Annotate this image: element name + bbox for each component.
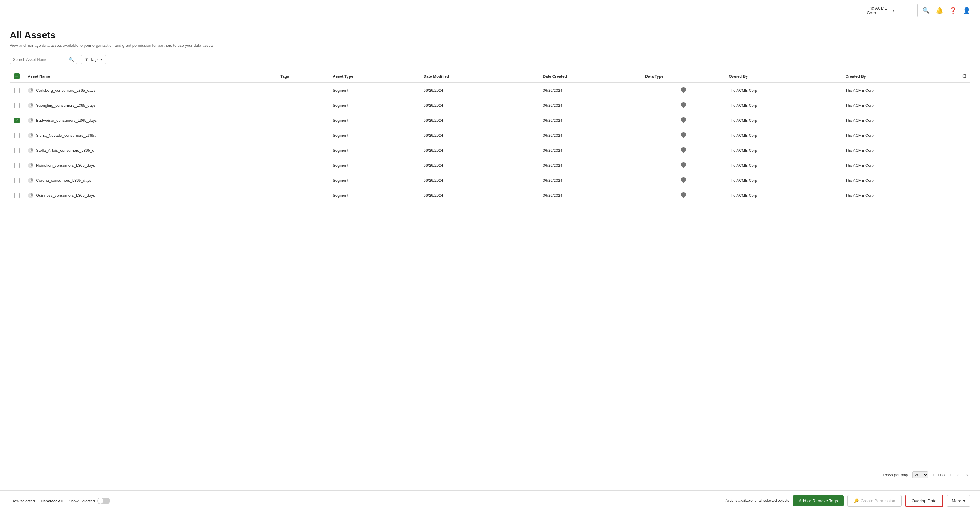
select-all-checkbox-header[interactable] xyxy=(10,70,24,83)
cell-date-modified: 06/26/2024 xyxy=(420,83,539,98)
add-remove-tags-button[interactable]: Add or Remove Tags xyxy=(793,495,844,506)
asset-name-text: Carlsberg_consumers_L365_days xyxy=(36,88,95,93)
cell-owned-by: The ACME Corp xyxy=(725,158,842,173)
row-checkbox[interactable] xyxy=(14,148,19,153)
cell-data-type xyxy=(641,128,725,143)
create-permission-button[interactable]: 🔑 Create Permission xyxy=(847,495,901,506)
search-input[interactable] xyxy=(13,57,67,62)
org-name: The ACME Corp xyxy=(867,6,889,15)
pagination-next-button[interactable]: › xyxy=(965,472,969,478)
sort-down-icon: ↓ xyxy=(451,75,453,78)
cell-data-type xyxy=(641,113,725,128)
shield-icon xyxy=(681,102,687,108)
table-footer: Rows per page: 102050100 1–11 of 11 ‹ › xyxy=(10,468,970,482)
col-header-tags: Tags xyxy=(277,70,329,83)
cell-settings xyxy=(958,143,970,158)
cell-owned-by: The ACME Corp xyxy=(725,98,842,113)
row-checkbox[interactable] xyxy=(14,133,19,138)
cell-asset-name: Budweiser_consumers_L365_days xyxy=(24,113,277,128)
cell-owned-by: The ACME Corp xyxy=(725,83,842,98)
org-selector[interactable]: The ACME Corp ▼ xyxy=(864,3,918,17)
shield-icon xyxy=(681,162,687,168)
row-checkbox[interactable] xyxy=(14,163,19,168)
cell-tags xyxy=(277,158,329,173)
row-checkbox[interactable] xyxy=(14,178,19,183)
segment-icon xyxy=(28,117,33,124)
cell-asset-type: Segment xyxy=(329,188,420,203)
table-settings-icon[interactable]: ⚙ xyxy=(962,73,967,79)
cell-date-created: 06/26/2024 xyxy=(539,158,641,173)
cell-date-modified: 06/26/2024 xyxy=(420,113,539,128)
pagination-prev-button[interactable]: ‹ xyxy=(956,472,960,478)
page-subtitle: View and manage data assets available to… xyxy=(10,43,970,48)
show-selected-toggle[interactable] xyxy=(97,498,110,504)
search-icon[interactable]: 🔍 xyxy=(923,7,930,14)
more-button[interactable]: More ▾ xyxy=(947,495,970,506)
cell-asset-name: Heineken_consumers_L365_days xyxy=(24,158,277,173)
cell-data-type xyxy=(641,83,725,98)
tags-filter-button[interactable]: ▼ Tags ▾ xyxy=(81,55,106,64)
filter-icon: ▼ xyxy=(84,57,89,62)
cell-created-by: The ACME Corp xyxy=(842,113,958,128)
row-checkbox[interactable] xyxy=(14,193,19,198)
help-icon[interactable]: ❓ xyxy=(950,7,957,14)
cell-date-modified: 06/26/2024 xyxy=(420,188,539,203)
cell-tags xyxy=(277,128,329,143)
cell-tags xyxy=(277,188,329,203)
cell-created-by: The ACME Corp xyxy=(842,98,958,113)
segment-icon xyxy=(28,178,33,184)
svg-point-13 xyxy=(30,180,31,181)
deselect-all-button[interactable]: Deselect All xyxy=(41,499,63,503)
pagination-range: 1–11 of 11 xyxy=(933,473,951,477)
selected-count: 1 row selected xyxy=(10,499,35,503)
cell-date-modified: 06/26/2024 xyxy=(420,143,539,158)
col-header-asset-type: Asset Type xyxy=(329,70,420,83)
tags-dropdown-arrow: ▾ xyxy=(100,57,102,62)
rows-per-page: Rows per page: 102050100 xyxy=(883,471,928,478)
cell-asset-type: Segment xyxy=(329,98,420,113)
cell-date-created: 06/26/2024 xyxy=(539,188,641,203)
shield-icon xyxy=(681,117,687,123)
user-icon[interactable]: 👤 xyxy=(963,7,970,14)
cell-created-by: The ACME Corp xyxy=(842,188,958,203)
col-header-settings[interactable]: ⚙ xyxy=(958,70,970,83)
top-icons: 🔍 🔔 ❓ 👤 xyxy=(923,7,970,14)
svg-point-5 xyxy=(30,120,31,121)
segment-icon xyxy=(28,87,33,94)
cell-date-modified: 06/26/2024 xyxy=(420,98,539,113)
rows-per-page-select[interactable]: 102050100 xyxy=(913,471,928,478)
cell-asset-name: Yuengling_consumers_L365_days xyxy=(24,98,277,113)
row-checkbox[interactable] xyxy=(14,88,19,93)
cell-date-modified: 06/26/2024 xyxy=(420,128,539,143)
cell-created-by: The ACME Corp xyxy=(842,143,958,158)
shield-icon xyxy=(681,87,687,93)
cell-data-type xyxy=(641,98,725,113)
cell-settings xyxy=(958,158,970,173)
shield-icon xyxy=(681,177,687,183)
bell-icon[interactable]: 🔔 xyxy=(936,7,943,14)
cell-created-by: The ACME Corp xyxy=(842,128,958,143)
table-row: Heineken_consumers_L365_daysSegment06/26… xyxy=(10,158,970,173)
cell-settings xyxy=(958,188,970,203)
cell-asset-type: Segment xyxy=(329,113,420,128)
asset-name-text: Guinness_consumers_L365_days xyxy=(36,193,95,198)
cell-date-created: 06/26/2024 xyxy=(539,128,641,143)
tags-filter-label: Tags xyxy=(90,57,99,62)
row-checkbox[interactable] xyxy=(14,103,19,108)
assets-table: Asset Name Tags Asset Type Date Modified… xyxy=(10,70,970,203)
col-header-date-modified[interactable]: Date Modified ↓ xyxy=(420,70,539,83)
overlap-data-button[interactable]: Overlap Data xyxy=(905,495,943,507)
table-row: Budweiser_consumers_L365_daysSegment06/2… xyxy=(10,113,970,128)
cell-asset-name: Sierra_Nevada_consumers_L365... xyxy=(24,128,277,143)
row-checkbox[interactable] xyxy=(14,118,19,123)
table-row: Guinness_consumers_L365_daysSegment06/26… xyxy=(10,188,970,203)
search-input-wrap[interactable]: 🔍 xyxy=(10,55,77,64)
cell-data-type xyxy=(641,143,725,158)
col-header-date-created[interactable]: Date Created xyxy=(539,70,641,83)
svg-point-15 xyxy=(30,195,31,196)
cell-owned-by: The ACME Corp xyxy=(725,173,842,188)
action-bar-right: Actions available for all selected objec… xyxy=(725,495,970,507)
header-checkbox[interactable] xyxy=(14,73,19,79)
shield-icon xyxy=(681,132,687,138)
cell-settings xyxy=(958,98,970,113)
